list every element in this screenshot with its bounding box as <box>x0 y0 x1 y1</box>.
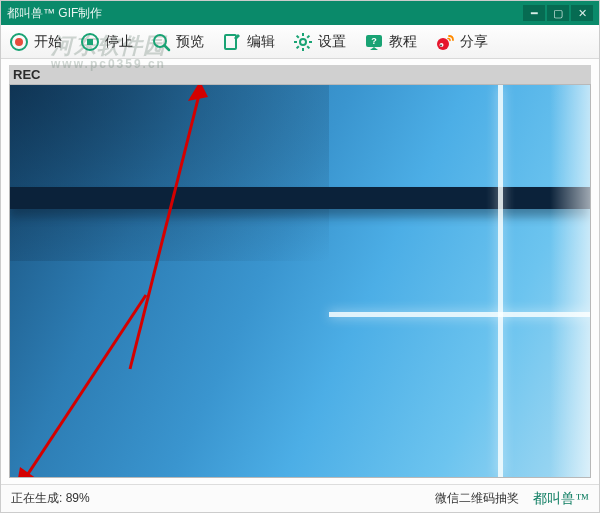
toolbar-label: 预览 <box>176 33 204 51</box>
toolbar-start[interactable]: 开始 <box>9 32 62 52</box>
toolbar-label: 编辑 <box>247 33 275 51</box>
svg-point-7 <box>300 39 306 45</box>
toolbar-label: 教程 <box>389 33 417 51</box>
svg-marker-24 <box>16 467 40 478</box>
svg-line-12 <box>297 35 299 37</box>
toolbar-stop[interactable]: 停止 <box>80 32 133 52</box>
edit-icon <box>222 32 242 52</box>
window-title-wrap: 都叫兽™ GIF制作 <box>7 5 102 22</box>
toolbar-settings[interactable]: 设置 <box>293 32 346 52</box>
bg-dark-corner <box>10 85 329 261</box>
wechat-qr-link[interactable]: 微信二维码抽奖 <box>435 490 519 507</box>
brand-label: 都叫兽™ <box>533 490 589 508</box>
titlebar: 都叫兽™ GIF制作 ━ ▢ ✕ <box>1 1 599 25</box>
svg-point-20 <box>440 44 442 46</box>
svg-rect-3 <box>87 39 93 45</box>
rec-indicator: REC <box>9 65 591 84</box>
annotation-arrow-down <box>9 285 166 478</box>
toolbar-preview[interactable]: 预览 <box>151 32 204 52</box>
svg-line-23 <box>24 295 146 478</box>
status-right: 微信二维码抽奖 都叫兽™ <box>435 490 589 508</box>
toolbar-share[interactable]: 分享 <box>435 32 488 52</box>
toolbar-edit[interactable]: 编辑 <box>222 32 275 52</box>
toolbar-tutorial[interactable]: ? 教程 <box>364 32 417 52</box>
window-controls: ━ ▢ ✕ <box>523 5 593 21</box>
bg-dark-band <box>10 187 590 209</box>
preview-icon <box>151 32 171 52</box>
weibo-icon <box>435 32 455 52</box>
bg-bright-edge <box>550 85 590 477</box>
stop-icon <box>80 32 100 52</box>
bg-lightcross-v <box>498 85 503 477</box>
gear-icon <box>293 32 313 52</box>
statusbar: 正在生成: 89% 微信二维码抽奖 都叫兽™ <box>1 484 599 512</box>
canvas-area: REC <box>1 59 599 484</box>
svg-line-13 <box>307 46 309 48</box>
close-button[interactable]: ✕ <box>571 5 593 21</box>
toolbar-label: 开始 <box>34 33 62 51</box>
toolbar: 河东软件园 www.pc0359.cn 开始 停止 预览 编辑 <box>1 25 599 59</box>
svg-rect-6 <box>225 35 236 49</box>
window-title: 都叫兽™ GIF制作 <box>7 5 102 22</box>
toolbar-label: 分享 <box>460 33 488 51</box>
record-icon <box>9 32 29 52</box>
maximize-button[interactable]: ▢ <box>547 5 569 21</box>
close-icon: ✕ <box>578 8 587 19</box>
maximize-icon: ▢ <box>553 8 563 19</box>
svg-line-15 <box>307 35 309 37</box>
toolbar-label: 停止 <box>105 33 133 51</box>
app-window: 都叫兽™ GIF制作 ━ ▢ ✕ 河东软件园 www.pc0359.cn 开始 <box>0 0 600 513</box>
preview-canvas <box>9 84 591 478</box>
toolbar-label: 设置 <box>318 33 346 51</box>
tutorial-icon: ? <box>364 32 384 52</box>
svg-line-5 <box>165 45 170 50</box>
minimize-button[interactable]: ━ <box>523 5 545 21</box>
svg-text:?: ? <box>371 36 377 46</box>
minimize-icon: ━ <box>531 8 538 19</box>
svg-line-14 <box>297 46 299 48</box>
status-progress-text: 正在生成: 89% <box>11 490 90 507</box>
svg-point-1 <box>15 38 23 46</box>
